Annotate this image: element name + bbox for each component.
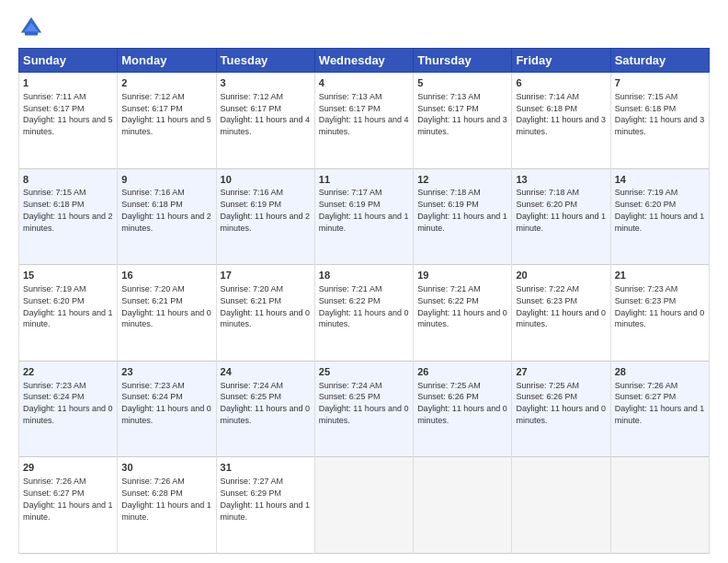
weekday-tuesday: Tuesday xyxy=(216,49,314,73)
day-info: Sunrise: 7:23 AMSunset: 6:24 PMDaylight:… xyxy=(23,381,113,425)
weekday-thursday: Thursday xyxy=(414,49,512,73)
day-cell-27: 27Sunrise: 7:25 AMSunset: 6:26 PMDayligh… xyxy=(512,361,610,457)
day-info: Sunrise: 7:15 AMSunset: 6:18 PMDaylight:… xyxy=(23,188,113,232)
day-cell-8: 8Sunrise: 7:15 AMSunset: 6:18 PMDaylight… xyxy=(19,168,118,265)
day-number: 13 xyxy=(516,173,606,187)
day-cell-13: 13Sunrise: 7:18 AMSunset: 6:20 PMDayligh… xyxy=(512,168,610,265)
day-info: Sunrise: 7:21 AMSunset: 6:22 PMDaylight:… xyxy=(319,284,409,328)
day-cell-9: 9Sunrise: 7:16 AMSunset: 6:18 PMDaylight… xyxy=(118,168,216,265)
day-number: 28 xyxy=(615,365,705,379)
day-number: 1 xyxy=(23,76,113,90)
empty-cell xyxy=(610,457,709,554)
day-info: Sunrise: 7:15 AMSunset: 6:18 PMDaylight:… xyxy=(615,92,705,136)
day-info: Sunrise: 7:13 AMSunset: 6:17 PMDaylight:… xyxy=(417,92,507,136)
day-cell-26: 26Sunrise: 7:25 AMSunset: 6:26 PMDayligh… xyxy=(414,361,512,457)
day-cell-15: 15Sunrise: 7:19 AMSunset: 6:20 PMDayligh… xyxy=(19,265,118,362)
empty-cell xyxy=(314,457,413,554)
day-cell-10: 10Sunrise: 7:16 AMSunset: 6:19 PMDayligh… xyxy=(216,168,314,265)
logo xyxy=(18,15,48,40)
week-row-3: 15Sunrise: 7:19 AMSunset: 6:20 PMDayligh… xyxy=(19,265,710,362)
day-cell-22: 22Sunrise: 7:23 AMSunset: 6:24 PMDayligh… xyxy=(19,361,118,457)
day-number: 31 xyxy=(221,461,311,475)
day-info: Sunrise: 7:26 AMSunset: 6:27 PMDaylight:… xyxy=(615,381,705,425)
day-number: 6 xyxy=(516,76,606,90)
day-cell-21: 21Sunrise: 7:23 AMSunset: 6:23 PMDayligh… xyxy=(610,265,709,362)
day-info: Sunrise: 7:26 AMSunset: 6:27 PMDaylight:… xyxy=(23,477,113,521)
weekday-sunday: Sunday xyxy=(19,49,118,73)
weekday-saturday: Saturday xyxy=(610,49,709,73)
day-info: Sunrise: 7:14 AMSunset: 6:18 PMDaylight:… xyxy=(516,92,606,136)
day-info: Sunrise: 7:19 AMSunset: 6:20 PMDaylight:… xyxy=(23,284,113,328)
day-number: 2 xyxy=(121,76,211,90)
weekday-friday: Friday xyxy=(512,49,610,73)
day-info: Sunrise: 7:23 AMSunset: 6:24 PMDaylight:… xyxy=(121,381,211,425)
day-cell-7: 7Sunrise: 7:15 AMSunset: 6:18 PMDaylight… xyxy=(610,73,709,169)
day-info: Sunrise: 7:19 AMSunset: 6:20 PMDaylight:… xyxy=(615,188,705,232)
empty-cell xyxy=(512,457,610,554)
day-info: Sunrise: 7:16 AMSunset: 6:18 PMDaylight:… xyxy=(121,188,211,232)
day-info: Sunrise: 7:25 AMSunset: 6:26 PMDaylight:… xyxy=(417,381,507,425)
day-number: 30 xyxy=(121,461,211,475)
day-info: Sunrise: 7:23 AMSunset: 6:23 PMDaylight:… xyxy=(615,284,705,328)
day-number: 15 xyxy=(23,269,113,282)
logo-icon xyxy=(18,15,44,40)
week-row-4: 22Sunrise: 7:23 AMSunset: 6:24 PMDayligh… xyxy=(19,361,710,457)
day-number: 18 xyxy=(319,269,409,282)
day-cell-2: 2Sunrise: 7:12 AMSunset: 6:17 PMDaylight… xyxy=(118,73,216,169)
day-cell-28: 28Sunrise: 7:26 AMSunset: 6:27 PMDayligh… xyxy=(610,361,709,457)
day-cell-6: 6Sunrise: 7:14 AMSunset: 6:18 PMDaylight… xyxy=(512,73,610,169)
day-number: 19 xyxy=(417,269,507,282)
day-info: Sunrise: 7:27 AMSunset: 6:29 PMDaylight:… xyxy=(221,477,311,521)
day-cell-29: 29Sunrise: 7:26 AMSunset: 6:27 PMDayligh… xyxy=(19,457,118,554)
day-number: 12 xyxy=(417,173,507,187)
page: SundayMondayTuesdayWednesdayThursdayFrid… xyxy=(0,0,728,563)
week-row-1: 1Sunrise: 7:11 AMSunset: 6:17 PMDaylight… xyxy=(19,73,710,169)
day-info: Sunrise: 7:20 AMSunset: 6:21 PMDaylight:… xyxy=(221,284,311,328)
day-cell-24: 24Sunrise: 7:24 AMSunset: 6:25 PMDayligh… xyxy=(216,361,314,457)
day-info: Sunrise: 7:12 AMSunset: 6:17 PMDaylight:… xyxy=(121,92,211,136)
svg-rect-2 xyxy=(25,31,38,35)
day-number: 21 xyxy=(615,269,705,282)
day-number: 25 xyxy=(319,365,409,379)
day-info: Sunrise: 7:11 AMSunset: 6:17 PMDaylight:… xyxy=(23,92,113,136)
day-cell-19: 19Sunrise: 7:21 AMSunset: 6:22 PMDayligh… xyxy=(414,265,512,362)
calendar-body: 1Sunrise: 7:11 AMSunset: 6:17 PMDaylight… xyxy=(19,73,710,554)
week-row-2: 8Sunrise: 7:15 AMSunset: 6:18 PMDaylight… xyxy=(19,168,710,265)
day-cell-1: 1Sunrise: 7:11 AMSunset: 6:17 PMDaylight… xyxy=(19,73,118,169)
day-number: 26 xyxy=(417,365,507,379)
day-cell-20: 20Sunrise: 7:22 AMSunset: 6:23 PMDayligh… xyxy=(512,265,610,362)
day-info: Sunrise: 7:26 AMSunset: 6:28 PMDaylight:… xyxy=(121,477,211,521)
day-number: 17 xyxy=(221,269,311,282)
day-cell-25: 25Sunrise: 7:24 AMSunset: 6:25 PMDayligh… xyxy=(314,361,413,457)
day-info: Sunrise: 7:21 AMSunset: 6:22 PMDaylight:… xyxy=(417,284,507,328)
weekday-monday: Monday xyxy=(118,49,216,73)
day-cell-4: 4Sunrise: 7:13 AMSunset: 6:17 PMDaylight… xyxy=(314,73,413,169)
week-row-5: 29Sunrise: 7:26 AMSunset: 6:27 PMDayligh… xyxy=(19,457,710,554)
day-cell-30: 30Sunrise: 7:26 AMSunset: 6:28 PMDayligh… xyxy=(118,457,216,554)
day-cell-5: 5Sunrise: 7:13 AMSunset: 6:17 PMDaylight… xyxy=(414,73,512,169)
day-info: Sunrise: 7:18 AMSunset: 6:19 PMDaylight:… xyxy=(417,188,507,232)
day-cell-17: 17Sunrise: 7:20 AMSunset: 6:21 PMDayligh… xyxy=(216,265,314,362)
day-number: 23 xyxy=(121,365,211,379)
day-info: Sunrise: 7:18 AMSunset: 6:20 PMDaylight:… xyxy=(516,188,606,232)
day-number: 29 xyxy=(23,461,113,475)
day-info: Sunrise: 7:22 AMSunset: 6:23 PMDaylight:… xyxy=(516,284,606,328)
day-number: 24 xyxy=(221,365,311,379)
empty-cell xyxy=(414,457,512,554)
day-cell-31: 31Sunrise: 7:27 AMSunset: 6:29 PMDayligh… xyxy=(216,457,314,554)
day-number: 9 xyxy=(121,173,211,187)
day-info: Sunrise: 7:24 AMSunset: 6:25 PMDaylight:… xyxy=(221,381,311,425)
calendar-header: SundayMondayTuesdayWednesdayThursdayFrid… xyxy=(19,49,710,73)
day-number: 7 xyxy=(615,76,705,90)
day-cell-23: 23Sunrise: 7:23 AMSunset: 6:24 PMDayligh… xyxy=(118,361,216,457)
day-cell-12: 12Sunrise: 7:18 AMSunset: 6:19 PMDayligh… xyxy=(414,168,512,265)
day-number: 16 xyxy=(121,269,211,282)
day-number: 8 xyxy=(23,173,113,187)
day-number: 27 xyxy=(516,365,606,379)
day-number: 20 xyxy=(516,269,606,282)
day-cell-16: 16Sunrise: 7:20 AMSunset: 6:21 PMDayligh… xyxy=(118,265,216,362)
day-info: Sunrise: 7:13 AMSunset: 6:17 PMDaylight:… xyxy=(319,92,409,136)
day-number: 5 xyxy=(417,76,507,90)
day-info: Sunrise: 7:12 AMSunset: 6:17 PMDaylight:… xyxy=(221,92,311,136)
day-number: 10 xyxy=(221,173,311,187)
